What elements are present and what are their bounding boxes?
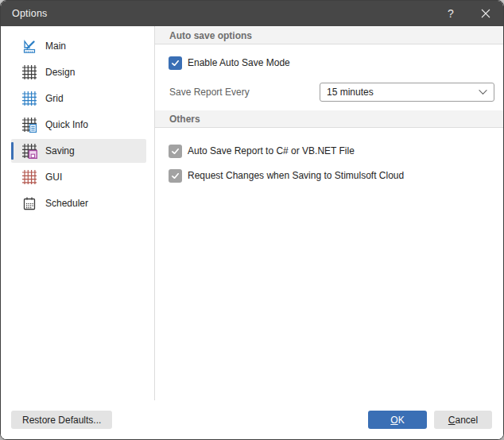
- checkmark-icon: [171, 172, 180, 180]
- title-bar: Options ?: [1, 1, 503, 26]
- save-report-every-label: Save Report Every: [169, 87, 250, 98]
- section-title: Auto save options: [155, 30, 252, 41]
- grid-red-icon: [21, 169, 37, 185]
- sidebar-item-label: Design: [45, 67, 75, 78]
- request-changes-row[interactable]: Request Changes when Saving to Stimulsof…: [169, 168, 404, 183]
- sidebar-item-quick-info[interactable]: Quick Info: [11, 113, 146, 137]
- section-header-others: Others: [155, 110, 503, 128]
- save-interval-select[interactable]: 15 minutes: [320, 83, 494, 102]
- checkbox-label: Enable Auto Save Mode: [188, 57, 290, 68]
- grid-blue-icon: [21, 91, 37, 106]
- section-header-auto-save: Auto save options: [155, 27, 503, 44]
- sidebar-item-label: Grid: [45, 93, 64, 104]
- enable-auto-save-row[interactable]: Enable Auto Save Mode: [169, 56, 290, 70]
- sidebar-item-design[interactable]: Design: [11, 60, 146, 84]
- checkbox-checked-disabled[interactable]: [169, 169, 182, 183]
- sidebar-item-label: Saving: [45, 145, 75, 156]
- close-button[interactable]: [468, 1, 503, 26]
- checkbox-label: Request Changes when Saving to Stimulsof…: [188, 170, 404, 181]
- options-dialog: Options ? Main: [0, 0, 504, 440]
- dropdown-value: 15 minutes: [327, 87, 479, 98]
- settings-panel: Auto save options Enable Auto Save Mode …: [155, 26, 503, 400]
- sidebar-item-label: Main: [45, 41, 66, 52]
- sidebar-item-saving[interactable]: Saving: [11, 139, 146, 163]
- window-title: Options: [1, 8, 47, 19]
- sidebar-item-label: GUI: [45, 172, 62, 183]
- close-icon: [481, 9, 490, 18]
- restore-defaults-button[interactable]: Restore Defaults...: [11, 411, 112, 429]
- grid-floppy-icon: [21, 143, 37, 159]
- design-tools-icon: [21, 38, 37, 54]
- help-button[interactable]: ?: [433, 1, 468, 26]
- sidebar-item-label: Quick Info: [45, 119, 88, 130]
- cancel-button[interactable]: Cancel: [434, 411, 492, 429]
- sidebar-item-label: Scheduler: [45, 198, 88, 209]
- dialog-body: Main Design Grid Quick: [1, 26, 503, 400]
- ok-button[interactable]: OK: [368, 411, 427, 429]
- checkbox-checked-disabled[interactable]: [169, 145, 182, 158]
- sidebar-item-grid[interactable]: Grid: [11, 87, 146, 110]
- section-title: Others: [155, 114, 200, 125]
- checkbox-label: Auto Save Report to C# or VB.NET File: [188, 145, 355, 156]
- grid-dark-icon: [21, 64, 37, 80]
- checkbox-checked[interactable]: [169, 56, 182, 70]
- sidebar-item-scheduler[interactable]: Scheduler: [11, 191, 146, 215]
- auto-save-code-row[interactable]: Auto Save Report to C# or VB.NET File: [169, 144, 355, 158]
- checkmark-icon: [171, 59, 180, 68]
- checkmark-icon: [171, 147, 180, 156]
- help-icon: ?: [448, 8, 454, 19]
- sidebar-item-main[interactable]: Main: [11, 34, 146, 58]
- calendar-icon: [21, 195, 37, 211]
- chevron-down-icon: [479, 89, 487, 95]
- grid-document-icon: [21, 117, 37, 133]
- dialog-footer: Restore Defaults... OK Cancel: [1, 400, 503, 439]
- sidebar-item-gui[interactable]: GUI: [11, 165, 146, 189]
- sidebar: Main Design Grid Quick: [1, 26, 155, 400]
